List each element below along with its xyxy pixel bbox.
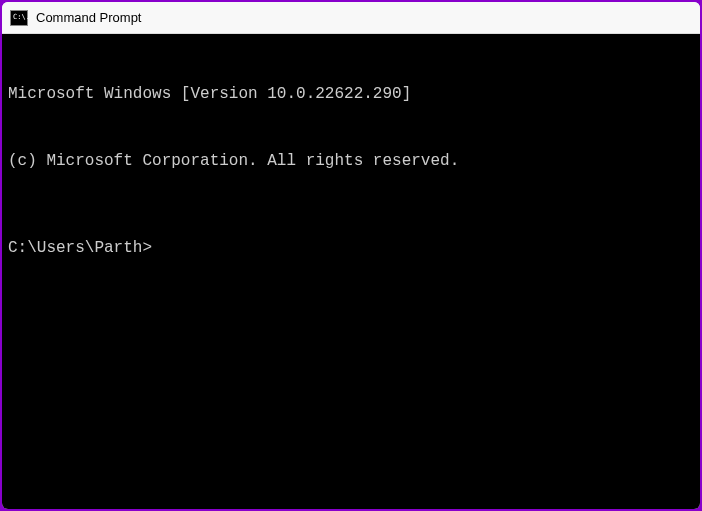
titlebar[interactable]: C:\. Command Prompt [2, 2, 700, 34]
terminal-area[interactable]: Microsoft Windows [Version 10.0.22622.29… [2, 34, 700, 509]
version-line: Microsoft Windows [Version 10.0.22622.29… [8, 83, 694, 105]
command-prompt-icon: C:\. [10, 10, 28, 26]
window-title: Command Prompt [36, 10, 141, 25]
copyright-line: (c) Microsoft Corporation. All rights re… [8, 150, 694, 172]
prompt-line: C:\Users\Parth> [8, 237, 694, 259]
icon-glyph: C:\. [13, 14, 30, 21]
command-prompt-window: C:\. Command Prompt Microsoft Windows [V… [2, 2, 700, 509]
